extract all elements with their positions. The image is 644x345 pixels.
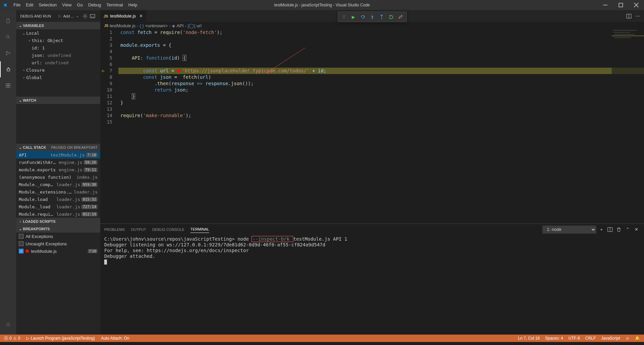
breadcrumb-api[interactable]: ◈API <box>172 23 184 28</box>
svg-rect-8 <box>8 86 10 88</box>
callstack-item[interactable]: (anonymous function)index.js <box>16 173 100 181</box>
kill-terminal-icon[interactable] <box>615 226 622 233</box>
svg-point-4 <box>9 53 10 54</box>
callstack-item[interactable]: Module.requireloader.js852:19 <box>16 210 100 218</box>
sb-bell-icon[interactable]: 🔔 <box>634 335 641 342</box>
callstack-item[interactable]: runFuncWithArgsengine.js58:26 <box>16 159 100 166</box>
debug-config-dropdown[interactable]: ▷ Add ... ⌄ <box>59 14 79 18</box>
callstack-item[interactable]: Module._compileloader.js959:30 <box>16 181 100 188</box>
extensions-icon[interactable] <box>0 77 16 94</box>
explorer-icon[interactable] <box>0 13 16 29</box>
menu-file[interactable]: File <box>11 0 23 10</box>
callstack-section-header[interactable]: ⌄CALL STACKPaused on breakpoint <box>16 144 100 151</box>
variables-this[interactable]: ›this: Object <box>16 37 100 44</box>
debug-sidebar: DEBUG AND RUN ▷ Add ... ⌄ ⌄VARIABLES ⌄Lo… <box>16 10 100 335</box>
bp-all-exceptions[interactable]: All Exceptions <box>16 233 100 240</box>
callstack-item[interactable]: Module._loadloader.js727:14 <box>16 203 100 210</box>
callstack-item[interactable]: Module._extensions..jsloader.js <box>16 188 100 196</box>
source-control-icon[interactable] <box>0 45 16 61</box>
variables-local[interactable]: ⌄Local <box>16 29 100 37</box>
breadcrumb-unknown[interactable]: { }<unknown> <box>140 23 168 28</box>
step-out-button[interactable] <box>377 12 386 22</box>
maximize-button[interactable] <box>613 0 629 10</box>
split-editor-icon[interactable] <box>625 12 633 20</box>
tab-problems[interactable]: PROBLEMS <box>104 226 125 233</box>
menu-view[interactable]: View <box>60 0 74 10</box>
menu-debug[interactable]: Debug <box>85 0 104 10</box>
watch-section-header[interactable]: ⌄WATCH <box>16 97 100 104</box>
search-icon[interactable] <box>0 29 16 45</box>
svg-rect-9 <box>8 83 10 85</box>
debug-icon[interactable] <box>0 61 16 77</box>
terminal-content[interactable]: C:\Users\johnv\source\repos\javaScriptTe… <box>100 235 644 335</box>
menu-go[interactable]: Go <box>74 0 85 10</box>
tab-debug-console[interactable]: DEBUG CONSOLE <box>152 226 184 233</box>
step-into-button[interactable] <box>368 12 377 22</box>
breadcrumb-url[interactable]: [◯]url <box>188 23 201 28</box>
breakpoint-dot-icon <box>26 249 29 253</box>
tab-terminal[interactable]: TERMINAL <box>190 226 209 233</box>
close-button[interactable] <box>629 0 644 10</box>
drag-handle-icon[interactable]: ⠿ <box>339 12 349 22</box>
bp-uncaught-exceptions[interactable]: Uncaught Exceptions <box>16 240 100 247</box>
close-panel-icon[interactable]: ✕ <box>633 226 640 233</box>
sb-spaces[interactable]: Spaces: 4 <box>544 335 564 342</box>
bp-file-item[interactable]: ✓testModule.js7:18 <box>16 247 100 255</box>
continue-button[interactable]: ▶ <box>349 12 358 22</box>
callstack-item[interactable]: Module.loadloader.js815:32 <box>16 196 100 203</box>
variables-id[interactable]: id: 1 <box>16 44 100 51</box>
variables-closure[interactable]: ›Closure <box>16 66 100 74</box>
disconnect-button[interactable] <box>396 12 405 22</box>
debug-toolbar[interactable]: ⠿ ▶ <box>338 11 407 22</box>
new-terminal-icon[interactable]: ＋ <box>598 226 605 233</box>
loaded-scripts-section-header[interactable]: ›LOADED SCRIPTS <box>16 218 100 225</box>
sb-launch[interactable]: ▷Launch Program (javaScriptTesting) <box>25 335 96 342</box>
svg-rect-0 <box>619 3 622 7</box>
sb-eol[interactable]: CRLF <box>584 335 597 342</box>
variables-json[interactable]: json: undefined <box>16 51 100 59</box>
gear-icon[interactable] <box>81 12 89 20</box>
sb-language[interactable]: JavaScript <box>600 335 621 342</box>
code-content[interactable]: const fetch = require('node-fetch'); mod… <box>118 29 644 223</box>
tab-output[interactable]: OUTPUT <box>131 226 146 233</box>
menu-terminal[interactable]: Terminal <box>104 0 125 10</box>
minimap[interactable] <box>612 29 644 223</box>
checkbox[interactable] <box>19 234 24 239</box>
menu-help[interactable]: Help <box>126 0 140 10</box>
callstack-item[interactable]: APItestModule.js7:18 <box>16 151 100 159</box>
config-name: Add ... <box>63 14 74 18</box>
sb-ln-col[interactable]: Ln 7, Col 18 <box>517 335 541 342</box>
more-actions-icon[interactable]: ⋯ <box>634 12 641 20</box>
breadcrumbs[interactable]: JStestModule.js › { }<unknown> › ◈API › … <box>100 22 644 29</box>
terminal-selector[interactable]: 1: node <box>542 226 596 234</box>
variables-section-header[interactable]: ⌄VARIABLES <box>16 22 100 29</box>
terminal-cursor <box>104 260 107 265</box>
callstack-item[interactable]: module.exportsengine.js79:11 <box>16 166 100 173</box>
editor-body[interactable]: ▷ 1234 5678 9101112 131415 const fetch =… <box>100 29 644 223</box>
menu-edit[interactable]: Edit <box>23 0 36 10</box>
breakpoints-section-header[interactable]: ⌄BREAKPOINTS <box>16 225 100 233</box>
tab-testmodule[interactable]: JS testModule.js ✕ <box>100 10 147 22</box>
restart-button[interactable] <box>386 12 396 22</box>
checkbox[interactable] <box>19 241 24 246</box>
debug-console-icon[interactable] <box>89 12 96 20</box>
menu-selection[interactable]: Selection <box>36 0 59 10</box>
sb-autoattach[interactable]: Auto Attach: On <box>100 335 130 342</box>
breadcrumb-file[interactable]: JStestModule.js <box>104 23 136 28</box>
bottom-panel: PROBLEMS OUTPUT DEBUG CONSOLE TERMINAL 1… <box>100 223 644 335</box>
svg-point-11 <box>84 15 86 17</box>
checkbox-checked[interactable]: ✓ <box>19 249 24 253</box>
close-tab-icon[interactable]: ✕ <box>139 13 143 19</box>
sb-feedback-icon[interactable]: ☺ <box>624 335 631 342</box>
variables-global[interactable]: ›Global <box>16 74 100 81</box>
variables-url[interactable]: url: undefined <box>16 59 100 66</box>
current-line-indicator-icon: ▷ <box>102 68 104 74</box>
maximize-panel-icon[interactable]: ⌃ <box>624 226 631 233</box>
split-terminal-icon[interactable] <box>606 226 614 233</box>
minimize-button[interactable] <box>598 0 613 10</box>
start-debug-icon: ▷ <box>59 14 61 18</box>
sb-errors[interactable]: ⓧ0⚠0 <box>3 335 22 342</box>
step-over-button[interactable] <box>358 12 368 22</box>
settings-icon[interactable] <box>0 316 16 333</box>
sb-encoding[interactable]: UTF-8 <box>567 335 581 342</box>
